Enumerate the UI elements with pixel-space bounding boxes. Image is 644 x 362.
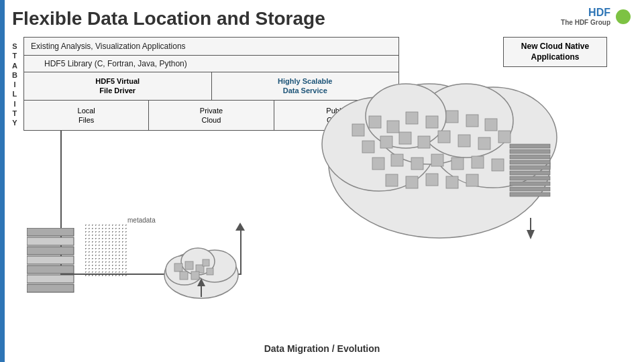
svg-rect-58 — [510, 166, 550, 170]
svg-rect-60 — [510, 176, 550, 180]
svg-rect-27 — [369, 116, 381, 128]
svg-rect-17 — [207, 268, 213, 275]
svg-rect-14 — [191, 272, 199, 280]
svg-rect-59 — [510, 171, 550, 175]
svg-rect-30 — [426, 116, 438, 128]
svg-rect-2 — [27, 247, 74, 255]
svg-rect-4 — [27, 265, 74, 274]
svg-rect-35 — [380, 136, 392, 148]
svg-rect-61 — [510, 182, 550, 186]
svg-rect-44 — [411, 158, 423, 170]
large-cloud — [312, 57, 567, 251]
data-migration-label: Data Migration / Evolution — [264, 343, 380, 354]
svg-rect-1 — [27, 237, 74, 245]
svg-rect-16 — [203, 259, 209, 266]
logo-hdf: HDF — [561, 7, 610, 19]
metadata-label: metadata — [127, 217, 156, 224]
metadata-grid — [84, 223, 127, 277]
svg-rect-57 — [510, 160, 550, 164]
svg-rect-36 — [399, 132, 411, 144]
svg-rect-26 — [352, 124, 364, 136]
svg-rect-47 — [472, 156, 484, 168]
svg-rect-38 — [438, 131, 450, 143]
svg-rect-29 — [406, 112, 418, 124]
logo-circle-icon — [616, 9, 631, 24]
svg-rect-53 — [466, 174, 478, 186]
stack-svg — [27, 228, 80, 302]
accent-bar — [0, 0, 5, 362]
svg-rect-31 — [446, 111, 458, 123]
svg-marker-65 — [527, 230, 535, 239]
svg-rect-45 — [431, 154, 443, 166]
local-files-box: LocalFiles — [24, 101, 149, 131]
svg-rect-63 — [510, 192, 550, 196]
logo-group-text: The HDF Group — [561, 19, 610, 26]
svg-rect-15 — [180, 272, 188, 280]
svg-rect-0 — [27, 228, 74, 236]
svg-rect-37 — [418, 136, 430, 148]
svg-rect-48 — [492, 159, 504, 171]
svg-rect-55 — [510, 149, 550, 154]
svg-rect-62 — [510, 187, 550, 191]
svg-rect-46 — [451, 158, 464, 170]
svg-rect-34 — [362, 141, 374, 153]
page-title: Flexible Data Location and Storage — [12, 8, 325, 29]
svg-rect-32 — [466, 115, 478, 127]
stability-label: STABILITY — [12, 42, 18, 128]
private-cloud-box: PrivateCloud — [149, 101, 274, 131]
svg-rect-56 — [510, 155, 550, 159]
svg-rect-42 — [372, 158, 384, 170]
hdf5-virtual-box: HDF5 VirtualFile Driver — [24, 72, 212, 100]
svg-rect-49 — [386, 174, 398, 186]
svg-rect-43 — [391, 154, 403, 166]
small-cloud — [154, 225, 248, 305]
svg-rect-5 — [27, 275, 74, 283]
svg-rect-33 — [485, 119, 497, 131]
local-files-stack — [27, 228, 80, 304]
svg-rect-52 — [446, 176, 458, 188]
svg-rect-11 — [174, 263, 182, 272]
svg-rect-3 — [27, 256, 74, 264]
main-diagram: Existing Analysis, Visualization Applica… — [23, 37, 607, 345]
svg-rect-39 — [458, 135, 470, 147]
logo-area: HDF The HDF Group — [561, 7, 631, 26]
svg-rect-40 — [478, 137, 490, 149]
existing-analysis-box: Existing Analysis, Visualization Applica… — [23, 37, 399, 55]
svg-rect-51 — [426, 174, 438, 186]
svg-rect-28 — [387, 121, 399, 133]
svg-rect-12 — [185, 261, 193, 269]
svg-rect-50 — [406, 176, 418, 188]
svg-rect-41 — [498, 131, 511, 143]
svg-rect-54 — [510, 144, 550, 148]
svg-rect-6 — [27, 284, 74, 292]
